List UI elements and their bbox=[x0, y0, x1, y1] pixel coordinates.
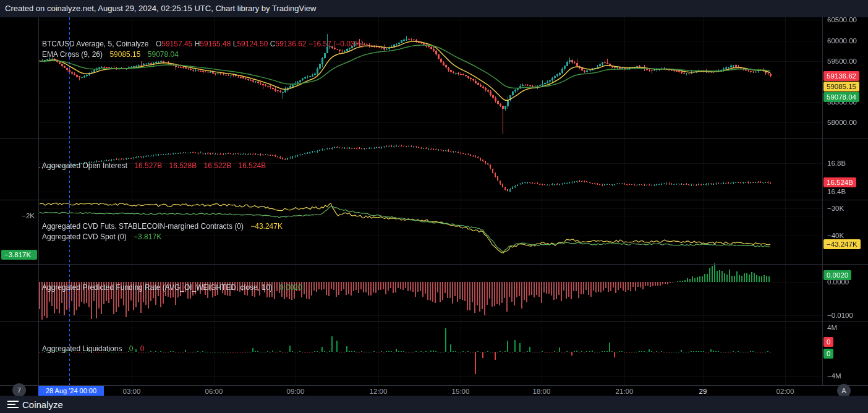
cvd-futs-title[interactable]: Aggregated CVD Futs. STABLECOIN-margined… bbox=[42, 222, 244, 231]
chart-area[interactable]: BTC/USD Average, 5, Coinalyze O59157.45 … bbox=[0, 17, 868, 385]
ema-cross-title[interactable]: EMA Cross (9, 26) bbox=[42, 50, 103, 59]
time-tick-label: 02:00 bbox=[777, 388, 794, 395]
oi-close: 16.524B bbox=[239, 161, 266, 170]
funding-rate-value: 0.0020 bbox=[279, 283, 302, 292]
last-value-badge: 16.524B bbox=[823, 177, 856, 187]
time-tick-label: 18:00 bbox=[533, 388, 551, 395]
axis-tick-label: 60500.00 bbox=[827, 17, 857, 23]
cvd-futs-value: −43.247K bbox=[250, 222, 283, 231]
last-value-badge: −3.817K bbox=[1, 250, 37, 260]
cvd-spot-value: −3.817K bbox=[134, 232, 161, 241]
time-tick-label: 15:00 bbox=[452, 388, 470, 395]
open-interest-title[interactable]: Aggregated Open Interest bbox=[42, 161, 127, 170]
oi-open: 16.527B bbox=[134, 161, 162, 170]
bar-count-button[interactable]: 7 bbox=[12, 383, 26, 397]
last-value-badge: −43.247K bbox=[823, 239, 861, 249]
axis-tick-label: −30K bbox=[827, 205, 844, 212]
last-value-badge: 59078.04 bbox=[823, 92, 859, 102]
liq-long-value: 0 bbox=[129, 344, 134, 353]
oi-high: 16.528B bbox=[169, 161, 197, 170]
ohlc-low-value: 59124.50 bbox=[237, 40, 268, 48]
last-value-badge: 0 bbox=[823, 349, 833, 359]
legend-funding-rate: Aggregated Predicted Funding Rate (AVG_O… bbox=[42, 283, 302, 292]
liquidations-title[interactable]: Aggregated Liquidations bbox=[42, 344, 122, 353]
ema-fast-value: 59085.15 bbox=[109, 50, 140, 59]
ohlc-high-key: H bbox=[195, 40, 200, 48]
legend-open-interest: Aggregated Open Interest 16.527B 16.528B… bbox=[42, 161, 266, 170]
last-value-badge: 59136.62 bbox=[823, 71, 859, 81]
legend-price-row2: EMA Cross (9, 26) 59085.15 59078.04 bbox=[42, 50, 179, 59]
cvd-spot-title[interactable]: Aggregated CVD Spot (0) bbox=[42, 232, 127, 241]
funding-rate-title[interactable]: Aggregated Predicted Funding Rate (AVG_O… bbox=[42, 283, 273, 292]
axis-tick-label: −4M bbox=[827, 372, 841, 380]
ohlc-open-key: O bbox=[156, 40, 161, 48]
coinalyze-logo-icon[interactable] bbox=[7, 401, 19, 408]
symbol-title[interactable]: BTC/USD Average, 5, Coinalyze bbox=[42, 40, 149, 48]
axis-tick-label: 58000.00 bbox=[827, 119, 857, 126]
chart-canvas[interactable] bbox=[0, 17, 868, 385]
axis-tick-label: −40K bbox=[827, 232, 844, 239]
axis-tick-label: 59500.00 bbox=[827, 57, 857, 65]
header-text: Created on coinalyze.net, August 29, 202… bbox=[5, 4, 316, 13]
last-value-badge: 0 bbox=[823, 337, 833, 347]
ema-slow-value: 59078.04 bbox=[148, 50, 179, 59]
coinalyze-brand[interactable]: Coinalyze bbox=[22, 399, 63, 410]
axis-tick-label: 16.4B bbox=[827, 188, 846, 195]
legend-price-row1: BTC/USD Average, 5, Coinalyze O59157.45 … bbox=[42, 40, 364, 48]
time-tick-label: 12:00 bbox=[370, 388, 388, 395]
ohlc-high-value: 59165.48 bbox=[200, 40, 231, 48]
axis-tick-label: 16.8B bbox=[827, 160, 846, 167]
last-value-badge: 59085.15 bbox=[823, 82, 859, 92]
footer-bar: Coinalyze bbox=[0, 396, 868, 413]
price-change: −16.57 (−0.03%) bbox=[308, 40, 364, 48]
right-price-axis[interactable]: 60500.0060000.0059500.0058500.0058000.00… bbox=[822, 17, 868, 385]
left-price-axis[interactable]: −2K−3.817K bbox=[0, 17, 38, 385]
oi-low: 16.522B bbox=[204, 161, 232, 170]
axis-tick-label: −0.0100 bbox=[827, 312, 853, 319]
liq-short-value: 0 bbox=[140, 344, 145, 353]
ohlc-open-value: 59157.45 bbox=[161, 40, 192, 48]
ohlc-close-value: 59136.62 bbox=[275, 40, 306, 48]
time-tick-label: 29 bbox=[699, 388, 707, 395]
time-tick-label: 21:00 bbox=[616, 388, 634, 395]
axis-tick-label: 4M bbox=[827, 324, 837, 331]
time-tick-label: 06:00 bbox=[205, 388, 223, 395]
legend-cvd-spot: Aggregated CVD Spot (0) −3.817K bbox=[42, 232, 161, 241]
axis-tick-label: −2K bbox=[22, 212, 35, 219]
last-value-badge: 0.0020 bbox=[823, 270, 851, 280]
time-axis[interactable]: 28 Aug '24 00:00 03:0006:0009:0012:0015:… bbox=[0, 385, 868, 396]
legend-liquidations: Aggregated Liquidations 0 0 bbox=[42, 344, 145, 353]
time-tick-label: 03:00 bbox=[123, 388, 141, 395]
time-tick-label: 09:00 bbox=[287, 388, 305, 395]
legend-cvd-futs: Aggregated CVD Futs. STABLECOIN-margined… bbox=[42, 222, 283, 231]
axis-tick-label: 60000.00 bbox=[827, 37, 857, 45]
header-bar: Created on coinalyze.net, August 29, 202… bbox=[0, 0, 868, 17]
